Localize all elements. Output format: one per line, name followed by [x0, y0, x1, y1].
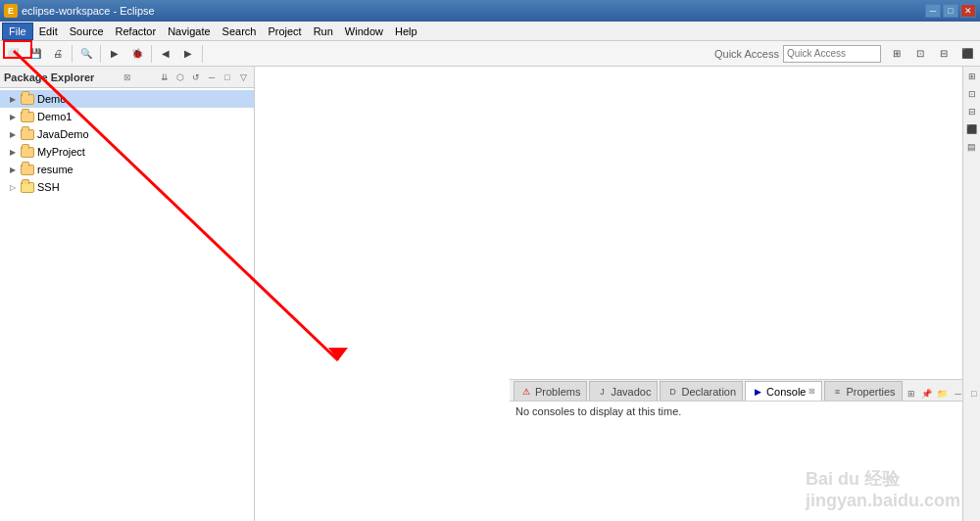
toolbar: ⬜ 💾 🖨 🔍 ▶ 🐞 ◀ ▶ Quick Access ⊞ ⊡ ⊟ ⬛ [0, 41, 980, 67]
toolbar-btn-new[interactable]: ⬜ [2, 43, 24, 65]
problems-icon: ⚠ [520, 386, 532, 398]
folder-icon-demo1 [21, 110, 34, 123]
console-folder-btn[interactable]: 📁 [936, 387, 950, 401]
sidebar-minimize[interactable]: ─ [205, 71, 219, 84]
main-layout: Package Explorer ⊠ ⇊ ⬡ ↺ ─ □ ▽ ▶ Demo [0, 67, 980, 521]
bottom-panel-maximize[interactable]: □ [967, 387, 980, 401]
folder-icon-javademo [21, 127, 34, 141]
tree-item-demo[interactable]: ▶ Demo [0, 90, 254, 108]
tab-console-label: Console [766, 386, 806, 398]
toolbar-btn-debug[interactable]: 🐞 [126, 43, 148, 65]
tree-item-ssh[interactable]: ▷ SSH [0, 178, 254, 196]
right-icon-strip: ⊞ ⊡ ⊟ ⬛ ▤ [962, 67, 980, 521]
quick-access-input[interactable] [783, 45, 881, 63]
tree-label-demo1: Demo1 [37, 111, 72, 122]
sidebar-menu[interactable]: ▽ [236, 71, 250, 84]
console-content: No consoles to display at this time. [510, 402, 962, 521]
tab-properties-label: Properties [846, 386, 895, 398]
tab-javadoc[interactable]: J Javadoc [589, 381, 658, 401]
toolbar-btn-run[interactable]: ▶ [104, 43, 125, 65]
menu-source[interactable]: Source [64, 24, 110, 39]
tree-item-javademo[interactable]: ▶ JavaDemo [0, 125, 254, 143]
toolbar-btn-save[interactable]: 💾 [24, 43, 46, 65]
properties-icon: ≡ [831, 386, 843, 398]
sidebar-header: Package Explorer ⊠ ⇊ ⬡ ↺ ─ □ ▽ [0, 67, 254, 88]
quick-access-label: Quick Access [714, 48, 779, 60]
collapse-arrow-demo1: ▶ [8, 113, 18, 121]
console-pin-btn[interactable]: 📌 [920, 387, 934, 401]
collapse-arrow-resume: ▶ [8, 166, 18, 174]
menu-refactor[interactable]: Refactor [110, 24, 163, 39]
tab-problems-label: Problems [535, 386, 580, 398]
right-icon-1[interactable]: ⊞ [964, 69, 980, 84]
declaration-icon: D [666, 386, 678, 398]
collapse-arrow-javademo: ▶ [8, 130, 18, 139]
tree-label-ssh: SSH [37, 181, 60, 193]
menu-help[interactable]: Help [389, 24, 423, 39]
bottom-panel-minimize[interactable]: ─ [952, 387, 965, 401]
toolbar-btn-print[interactable]: 🖨 [47, 43, 69, 65]
toolbar-btn-forward[interactable]: ▶ [177, 43, 199, 65]
javadoc-icon: J [596, 386, 608, 398]
menu-search[interactable]: Search [217, 24, 263, 39]
right-icon-2[interactable]: ⊡ [964, 86, 980, 102]
menu-file[interactable]: File [2, 23, 33, 40]
minimize-button[interactable]: ─ [925, 4, 941, 18]
tab-problems[interactable]: ⚠ Problems [514, 381, 587, 401]
window-controls[interactable]: ─ □ ✕ [925, 4, 976, 18]
package-tree: ▶ Demo ▶ Demo1 ▶ JavaDemo [0, 88, 254, 521]
bottom-panel: ⚠ Problems J Javadoc D Declaration ▶ Con… [510, 379, 962, 521]
console-icon: ▶ [752, 386, 763, 398]
right-icon-4[interactable]: ⬛ [964, 121, 980, 137]
app-icon: E [4, 4, 18, 18]
tab-javadoc-label: Javadoc [611, 386, 651, 398]
title-bar-left: E eclipse-workspace - Eclipse [4, 4, 155, 18]
tree-item-myproject[interactable]: ▶ MyProject [0, 143, 254, 161]
tree-label-myproject: MyProject [37, 146, 85, 158]
tab-declaration-label: Declaration [681, 386, 736, 398]
tree-label-demo: Demo [37, 93, 66, 105]
menu-navigate[interactable]: Navigate [162, 24, 216, 39]
console-open-btn[interactable]: ⊞ [905, 387, 918, 401]
menu-bar: File Edit Source Refactor Navigate Searc… [0, 22, 980, 41]
menu-window[interactable]: Window [339, 24, 389, 39]
toolbar-sep-1 [72, 45, 73, 63]
sidebar-badge: ⊠ [123, 72, 131, 82]
toolbar-btn-perspective3[interactable]: ⊟ [933, 43, 955, 65]
sidebar-sync[interactable]: ↺ [189, 71, 203, 84]
menu-edit[interactable]: Edit [33, 24, 64, 39]
title-bar: E eclipse-workspace - Eclipse ─ □ ✕ [0, 0, 980, 22]
toolbar-btn-perspective1[interactable]: ⊞ [886, 43, 907, 65]
right-icon-3[interactable]: ⊟ [964, 104, 980, 119]
toolbar-sep-3 [151, 45, 152, 63]
console-close-hint: ⊠ [808, 387, 815, 396]
right-icon-5[interactable]: ▤ [964, 139, 980, 155]
sidebar-maximize[interactable]: □ [220, 71, 234, 84]
package-explorer: Package Explorer ⊠ ⇊ ⬡ ↺ ─ □ ▽ ▶ Demo [0, 67, 255, 521]
window-title: eclipse-workspace - Eclipse [22, 5, 155, 17]
toolbar-btn-perspective4[interactable]: ⬛ [956, 43, 978, 65]
folder-icon-resume [21, 163, 34, 176]
toolbar-btn-perspective2[interactable]: ⊡ [909, 43, 931, 65]
maximize-button[interactable]: □ [943, 4, 958, 18]
tab-properties[interactable]: ≡ Properties [824, 381, 902, 401]
sidebar-link[interactable]: ⬡ [173, 71, 187, 84]
toolbar-search: Quick Access [714, 45, 881, 63]
tree-item-demo1[interactable]: ▶ Demo1 [0, 108, 254, 125]
toolbar-btn-back[interactable]: ◀ [155, 43, 176, 65]
tree-label-resume: resume [37, 164, 74, 175]
tab-declaration[interactable]: D Declaration [660, 381, 743, 401]
menu-project[interactable]: Project [262, 24, 307, 39]
toolbar-sep-4 [202, 45, 203, 63]
collapse-arrow-myproject: ▶ [8, 148, 18, 157]
collapse-arrow-ssh: ▷ [8, 183, 18, 192]
toolbar-sep-2 [100, 45, 101, 63]
tree-item-resume[interactable]: ▶ resume [0, 161, 254, 178]
toolbar-btn-search[interactable]: 🔍 [75, 43, 97, 65]
bottom-tabs: ⚠ Problems J Javadoc D Declaration ▶ Con… [510, 380, 962, 402]
close-button[interactable]: ✕ [960, 4, 976, 18]
sidebar-collapse-all[interactable]: ⇊ [158, 71, 172, 84]
menu-run[interactable]: Run [308, 24, 339, 39]
folder-icon-demo [21, 92, 34, 106]
tab-console[interactable]: ▶ Console ⊠ [745, 381, 822, 401]
